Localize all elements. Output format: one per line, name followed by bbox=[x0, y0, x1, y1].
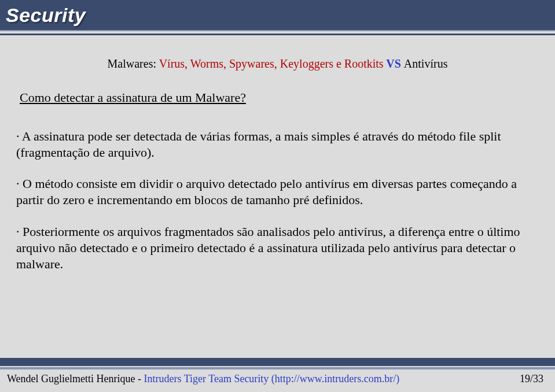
title-vs: VS bbox=[384, 57, 404, 70]
page-number: 19/33 bbox=[520, 373, 543, 385]
title-prefix: Malwares: bbox=[108, 57, 159, 70]
slide-subtitle: Como detectar a assinatura de um Malware… bbox=[20, 90, 539, 105]
footer-text: Wendel Guglielmetti Henrique - Intruders… bbox=[0, 369, 555, 392]
header-underline bbox=[0, 30, 555, 35]
bullet-item: O método consiste em dividir o arquivo d… bbox=[16, 176, 539, 208]
footer-org: Intruders Tiger Team Security (http://ww… bbox=[144, 373, 399, 384]
footer-band-thick bbox=[0, 358, 555, 366]
logo-text: Security bbox=[6, 4, 86, 27]
footer-left: Wendel Guglielmetti Henrique - Intruders… bbox=[7, 373, 399, 385]
bullet-item: Posteriormente os arquivos fragmentados … bbox=[16, 224, 539, 272]
title-red: Vírus, Worms, Spywares, Keyloggers e Roo… bbox=[159, 57, 384, 70]
footer-sep: - bbox=[135, 373, 144, 384]
header-bar: Security bbox=[0, 0, 555, 30]
slide-title: Malwares: Vírus, Worms, Spywares, Keylog… bbox=[16, 57, 539, 71]
bullet-item: A assinatura pode ser detectada de vária… bbox=[16, 128, 539, 161]
footer: Wendel Guglielmetti Henrique - Intruders… bbox=[0, 358, 555, 392]
footer-author: Wendel Guglielmetti Henrique bbox=[7, 373, 135, 384]
title-suffix: Antivírus bbox=[404, 57, 448, 70]
slide-content: Malwares: Vírus, Worms, Spywares, Keylog… bbox=[0, 35, 555, 272]
